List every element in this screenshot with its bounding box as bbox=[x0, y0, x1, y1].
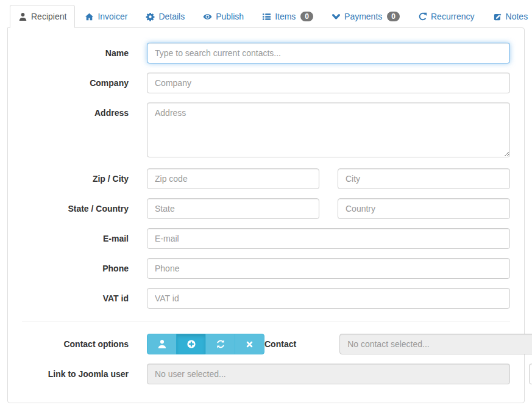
address-row: Address bbox=[22, 102, 510, 159]
user-icon bbox=[18, 12, 27, 21]
tab-payments[interactable]: Payments 0 bbox=[323, 5, 408, 28]
company-label: Company bbox=[22, 73, 129, 93]
add-contact-button[interactable] bbox=[176, 334, 206, 354]
edit-icon bbox=[493, 12, 502, 21]
email-label: E-mail bbox=[22, 228, 129, 249]
tab-recipient[interactable]: Recipient bbox=[10, 5, 75, 28]
tab-publish[interactable]: Publish bbox=[194, 5, 252, 28]
tab-label: Payments bbox=[344, 12, 382, 21]
tab-label: Invoicer bbox=[98, 12, 127, 21]
tab-details[interactable]: Details bbox=[137, 5, 193, 28]
plus-circle-icon bbox=[186, 339, 196, 349]
joomla-user-row: Link to Joomla user bbox=[22, 364, 510, 384]
section-divider bbox=[22, 321, 510, 321]
items-count-badge: 0 bbox=[300, 12, 313, 21]
email-row: E-mail bbox=[22, 228, 510, 249]
payments-count-badge: 0 bbox=[387, 12, 400, 21]
chevron-down-icon bbox=[332, 12, 341, 21]
state-country-label: State / Country bbox=[22, 198, 129, 219]
address-textarea[interactable] bbox=[147, 102, 510, 157]
email-field[interactable] bbox=[147, 228, 510, 249]
contact-options-label: Contact options bbox=[22, 334, 129, 354]
company-row: Company bbox=[22, 73, 510, 93]
refresh-contact-button[interactable] bbox=[205, 334, 235, 354]
vat-input[interactable] bbox=[147, 288, 510, 309]
vat-row: VAT id bbox=[22, 288, 510, 309]
tab-label: Recurrency bbox=[431, 12, 475, 21]
redo-icon bbox=[418, 12, 427, 21]
contact-options-row: Contact options bbox=[22, 334, 510, 354]
vat-label: VAT id bbox=[22, 288, 129, 309]
zip-city-label: Zip / City bbox=[22, 168, 129, 189]
zip-city-row: Zip / City bbox=[22, 168, 510, 189]
tab-label: Items bbox=[275, 12, 296, 21]
state-country-row: State / Country bbox=[22, 198, 510, 219]
joomla-user-search-input[interactable] bbox=[529, 364, 532, 384]
list-icon bbox=[262, 12, 271, 21]
tab-items[interactable]: Items 0 bbox=[254, 5, 322, 28]
name-label: Name bbox=[22, 43, 129, 63]
name-row: Name bbox=[22, 43, 510, 63]
clear-contact-button[interactable] bbox=[235, 334, 264, 354]
eye-icon bbox=[203, 12, 212, 21]
phone-label: Phone bbox=[22, 258, 129, 279]
phone-row: Phone bbox=[22, 258, 510, 279]
close-icon bbox=[245, 340, 254, 349]
phone-field[interactable] bbox=[147, 258, 510, 279]
tab-label: Details bbox=[158, 12, 185, 21]
recipient-panel: Name Company Address Zip / City State / … bbox=[7, 27, 525, 403]
home-icon bbox=[85, 12, 94, 21]
contact-label: Contact bbox=[264, 339, 296, 349]
select-contact-button[interactable] bbox=[147, 334, 177, 354]
address-label: Address bbox=[22, 102, 129, 159]
tab-label: Notes bbox=[506, 12, 528, 21]
contact-options-button-group bbox=[147, 334, 264, 354]
name-input[interactable] bbox=[147, 43, 510, 63]
tab-label: Recipient bbox=[31, 12, 66, 21]
tab-invoicer[interactable]: Invoicer bbox=[76, 5, 136, 28]
state-input[interactable] bbox=[147, 198, 319, 219]
user-icon bbox=[157, 339, 167, 349]
zip-input[interactable] bbox=[147, 168, 319, 189]
gear-icon bbox=[146, 12, 155, 21]
tab-notes[interactable]: Notes bbox=[484, 5, 532, 28]
country-input[interactable] bbox=[338, 198, 510, 219]
tab-label: Publish bbox=[216, 12, 244, 21]
refresh-icon bbox=[216, 339, 225, 349]
tab-recurrency[interactable]: Recurrency bbox=[410, 5, 483, 28]
selected-joomla-user-field bbox=[147, 364, 510, 384]
joomla-user-label: Link to Joomla user bbox=[22, 364, 129, 384]
selected-contact-field bbox=[339, 334, 532, 354]
company-input[interactable] bbox=[147, 73, 510, 93]
city-input[interactable] bbox=[338, 168, 510, 189]
tab-bar: Recipient Invoicer Details Publish Items… bbox=[0, 0, 532, 27]
